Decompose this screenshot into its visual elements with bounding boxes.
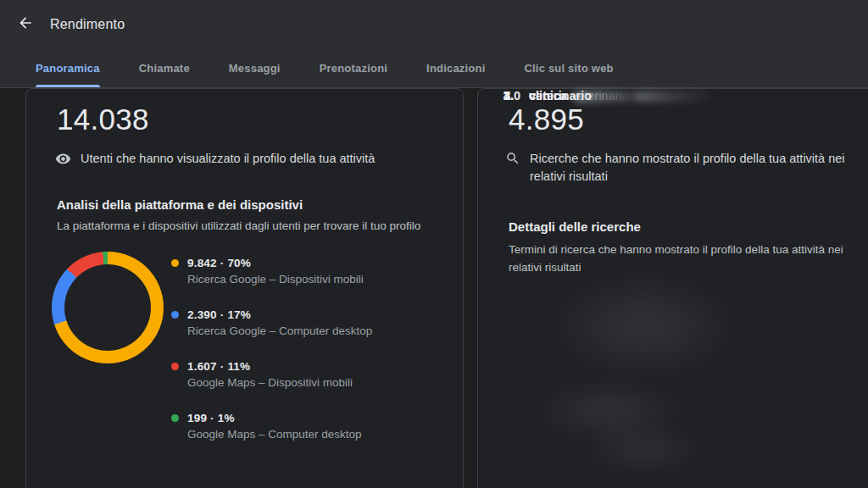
platform-section-title: Analisi della piattaforma e dei disposit… — [57, 197, 303, 212]
legend-dot-red — [171, 363, 179, 370]
tab-prenotazioni[interactable]: Prenotazioni — [320, 48, 387, 87]
tab-messaggi[interactable]: Messaggi — [229, 48, 281, 87]
tab-chiamate[interactable]: Chiamate — [139, 48, 190, 87]
profile-views-caption: Utenti che hanno visualizzato il profilo… — [55, 150, 445, 172]
profile-views-card: 14.038 Utenti che hanno visualizzato il … — [25, 88, 464, 488]
arrow-left-icon — [17, 14, 34, 34]
tab-bar: Panoramica Chiamate Messaggi Prenotazion… — [0, 48, 868, 87]
app-bar: Rendimento Panoramica Chiamate Messaggi … — [0, 0, 868, 88]
donut-legend: 9.842 · 70% Ricerca Google – Dispositivi… — [171, 257, 451, 463]
privacy-blur-overlay — [546, 271, 741, 381]
search-details-title: Dettagli delle ricerche — [509, 219, 641, 234]
performance-page: Rendimento Panoramica Chiamate Messaggi … — [0, 0, 868, 488]
tab-clic-sul-sito-web[interactable]: Clic sul sito web — [524, 48, 613, 87]
legend-item-google-maps-desktop: 199 · 1% Google Maps – Computer desktop — [171, 412, 451, 441]
searches-card: 4.895 Ricerche che hanno mostrato il pro… — [477, 88, 868, 488]
privacy-blur-overlay — [529, 381, 690, 441]
searches-count: 4.895 — [509, 103, 584, 136]
legend-dot-blue — [171, 311, 179, 319]
privacy-blur-overlay — [580, 428, 707, 470]
eye-icon — [55, 151, 71, 172]
platform-section-subtitle: La piattaforma e i dispositivi utilizzat… — [57, 217, 447, 235]
legend-item-google-search-desktop: 2.390 · 17% Ricerca Google – Computer de… — [171, 308, 451, 337]
back-button[interactable] — [12, 11, 39, 38]
tab-indicazioni[interactable]: Indicazioni — [426, 48, 485, 87]
legend-item-google-maps-mobile: 1.607 · 11% Google Maps – Dispositivi mo… — [171, 360, 451, 389]
page-title: Rendimento — [50, 17, 125, 32]
legend-dot-orange — [171, 259, 179, 267]
title-row: Rendimento — [0, 0, 868, 48]
platform-device-donut-chart — [52, 252, 164, 363]
search-term-row: 4. veterinario 3 — [504, 89, 868, 108]
tab-panoramica[interactable]: Panoramica — [36, 48, 100, 87]
searches-caption: Ricerche che hanno mostrato il profilo d… — [505, 150, 861, 186]
profile-views-count: 14.038 — [57, 103, 149, 136]
legend-dot-green — [171, 414, 179, 422]
legend-item-google-search-mobile: 9.842 · 70% Ricerca Google – Dispositivi… — [171, 257, 451, 286]
search-icon — [505, 151, 520, 171]
search-details-subtitle: Termini di ricerca che hanno mostrato il… — [509, 241, 865, 276]
